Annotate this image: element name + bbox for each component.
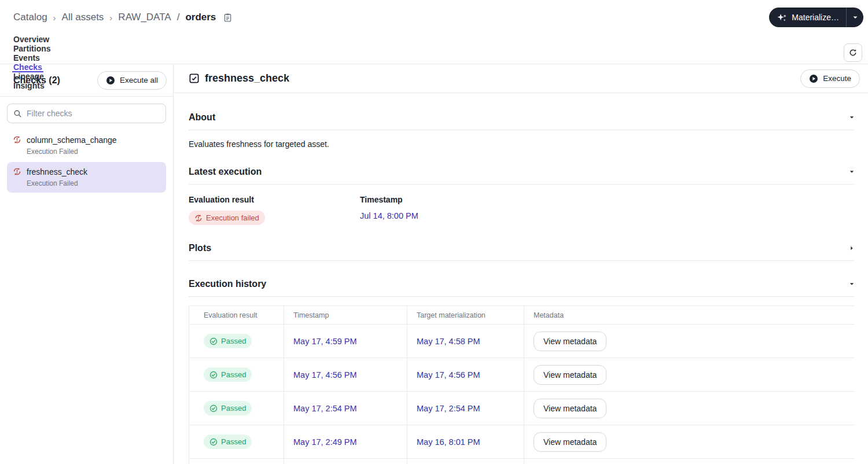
column-header: Timestamp: [284, 306, 407, 325]
sync-problem-icon: [13, 167, 21, 189]
passed-label: Passed: [221, 437, 246, 446]
table-row: Passed May 17, 4:56 PM May 17, 4:56 PM V…: [189, 358, 855, 392]
execute-label: Execute: [823, 74, 851, 83]
execution-failed-label: Execution failed: [206, 213, 259, 222]
timestamp-link[interactable]: May 17, 4:59 PM: [293, 337, 357, 346]
breadcrumb-all-assets[interactable]: All assets: [62, 12, 104, 23]
latest-timestamp-link[interactable]: Jul 14, 8:00 PM: [360, 211, 418, 220]
breadcrumb: Catalog › All assets › RAW_DATA / orders: [13, 12, 233, 23]
refresh-icon: [848, 48, 858, 57]
check-status: Execution Failed: [27, 179, 87, 189]
play-circle-icon: [809, 74, 818, 83]
table-row: Passed May 17, 2:54 PM May 17, 2:54 PM V…: [189, 392, 855, 425]
passed-badge: Passed: [204, 401, 252, 415]
check-box-icon: [189, 73, 199, 83]
check-circle-icon: [209, 337, 218, 345]
timestamp-label: Timestamp: [360, 195, 531, 204]
tab-partitions[interactable]: Partitions: [6, 44, 58, 53]
tab-checks[interactable]: Checks: [6, 62, 49, 72]
passed-label: Passed: [221, 337, 246, 345]
passed-label: Passed: [221, 404, 246, 413]
check-list-item-freshness_check[interactable]: freshness_check Execution Failed: [7, 162, 166, 193]
tab-overview[interactable]: Overview: [6, 35, 56, 44]
execute-all-label: Execute all: [120, 76, 158, 84]
table-row: Passed May 17, 2:49 PM May 16, 8:01 PM V…: [189, 425, 855, 459]
target-materialization-link[interactable]: May 17, 2:54 PM: [417, 404, 480, 413]
sync-problem-icon: [13, 135, 21, 157]
target-materialization-link[interactable]: May 16, 8:01 PM: [417, 437, 480, 447]
breadcrumb-asset: orders: [185, 12, 216, 23]
execution-failed-badge: Execution failed: [189, 211, 265, 225]
check-name: freshness_check: [27, 166, 87, 178]
column-header: Metadata: [524, 306, 855, 325]
execution-history-section-header[interactable]: Execution history: [189, 271, 855, 297]
latest-execution-section-header[interactable]: Latest execution: [189, 159, 855, 185]
check-status: Execution Failed: [27, 147, 117, 157]
about-heading: About: [189, 112, 215, 123]
passed-label: Passed: [221, 370, 246, 379]
sparkle-icon: [777, 13, 787, 23]
execution-history-table: Evaluation resultTimestampTarget materia…: [189, 305, 855, 464]
materialize-label: Materialize…: [792, 13, 839, 22]
check-circle-icon: [209, 438, 218, 446]
view-metadata-button[interactable]: View metadata: [534, 432, 606, 452]
view-metadata-button[interactable]: View metadata: [534, 399, 606, 418]
tab-insights[interactable]: Insights: [6, 81, 52, 90]
breadcrumb-group[interactable]: RAW_DATA: [118, 12, 171, 23]
search-icon: [13, 109, 22, 118]
breadcrumb-separator: ›: [109, 13, 112, 23]
latest-execution-heading: Latest execution: [189, 167, 262, 177]
check-detail-panel: freshness_check Execute About Evaluates …: [174, 64, 868, 464]
about-description: Evaluates freshness for targeted asset.: [189, 139, 855, 149]
plots-section-header[interactable]: Plots: [189, 235, 855, 261]
execution-history-heading: Execution history: [189, 279, 266, 289]
table-row: [189, 459, 855, 464]
timestamp-link[interactable]: May 17, 2:49 PM: [293, 437, 357, 447]
refresh-button[interactable]: [844, 43, 862, 62]
breadcrumb-separator: ›: [53, 13, 56, 23]
column-header: Evaluation result: [189, 306, 284, 325]
passed-badge: Passed: [204, 367, 252, 382]
filter-checks-input[interactable]: [27, 109, 160, 118]
check-circle-icon: [209, 371, 218, 379]
passed-badge: Passed: [204, 434, 252, 449]
plots-heading: Plots: [189, 243, 211, 253]
breadcrumb-slash: /: [177, 12, 180, 23]
execute-all-button[interactable]: Execute all: [97, 71, 167, 90]
materialize-button-group: Materialize…: [769, 8, 863, 27]
check-circle-icon: [209, 404, 218, 413]
play-circle-icon: [106, 76, 115, 85]
view-metadata-button[interactable]: View metadata: [534, 365, 606, 385]
target-materialization-link[interactable]: May 17, 4:58 PM: [417, 337, 480, 346]
chevron-down-icon[interactable]: [849, 169, 855, 175]
execute-button[interactable]: Execute: [800, 69, 860, 88]
about-section-header[interactable]: About: [189, 105, 855, 130]
check-list: column_schema_change Execution Failed fr…: [0, 130, 173, 193]
passed-badge: Passed: [204, 334, 252, 348]
sync-problem-icon: [194, 214, 203, 222]
table-row: Passed May 17, 4:59 PM May 17, 4:58 PM V…: [189, 325, 855, 358]
chevron-down-icon[interactable]: [849, 281, 855, 287]
check-title: freshness_check: [205, 72, 289, 84]
target-materialization-link[interactable]: May 17, 4:56 PM: [417, 370, 480, 380]
check-name: column_schema_change: [27, 134, 117, 146]
breadcrumb-catalog[interactable]: Catalog: [13, 12, 47, 23]
timestamp-link[interactable]: May 17, 2:54 PM: [293, 404, 357, 413]
materialize-button[interactable]: Materialize…: [769, 8, 846, 27]
view-metadata-button[interactable]: View metadata: [534, 332, 606, 351]
copy-icon[interactable]: [223, 13, 233, 23]
tab-events[interactable]: Events: [6, 53, 47, 62]
checks-sidebar: Checks (2) Execute all column_schema_ch: [0, 64, 174, 464]
chevron-down-icon: [852, 15, 858, 20]
timestamp-link[interactable]: May 17, 4:56 PM: [293, 370, 357, 380]
filter-checks-field: [7, 104, 166, 123]
topbar: Catalog › All assets › RAW_DATA / orders…: [0, 0, 868, 35]
chevron-down-icon[interactable]: [849, 115, 855, 120]
tab-lineage[interactable]: Lineage: [6, 72, 51, 81]
chevron-right-icon[interactable]: [849, 245, 855, 251]
column-header: Target materialization: [407, 306, 524, 325]
evaluation-result-label: Evaluation result: [189, 195, 360, 204]
tab-bar: Overview Partitions Events Checks Lineag…: [0, 35, 868, 64]
check-list-item-column_schema_change[interactable]: column_schema_change Execution Failed: [7, 130, 166, 161]
materialize-dropdown-button[interactable]: [846, 8, 863, 27]
